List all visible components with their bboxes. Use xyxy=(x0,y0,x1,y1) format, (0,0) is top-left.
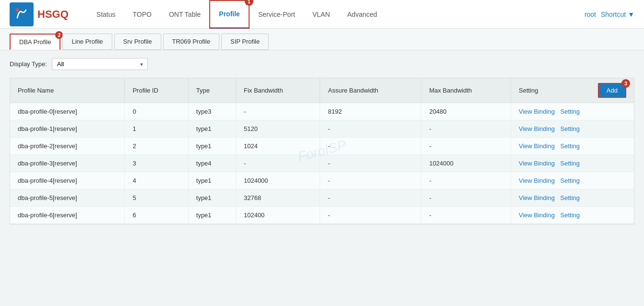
cell-actions: View Binding Setting xyxy=(511,103,634,120)
nav-vlan[interactable]: VLAN xyxy=(304,0,339,29)
cell-max-bw: - xyxy=(421,120,511,138)
view-binding-link[interactable]: View Binding xyxy=(519,108,555,115)
nav-status[interactable]: Status xyxy=(88,0,124,29)
cell-max-bw: - xyxy=(421,138,511,155)
cell-profile-name: dba-profile-3[reserve] xyxy=(10,155,125,172)
content: Display Type: All Type1 Type2 Type3 Type… xyxy=(0,50,644,232)
table-body: dba-profile-0[reserve] 0 type3 - 8192 20… xyxy=(10,103,634,224)
cell-profile-name: dba-profile-2[reserve] xyxy=(10,138,125,155)
cell-fix-bw: - xyxy=(236,103,320,120)
cell-fix-bw: 102400 xyxy=(236,207,320,224)
chevron-down-icon: ▼ xyxy=(628,11,634,18)
tab-srv-profile[interactable]: Srv Profile xyxy=(114,34,161,50)
cell-assure-bw: - xyxy=(320,138,421,155)
tab-sip-profile[interactable]: SIP Profile xyxy=(221,34,269,50)
tabs-bar: DBA Profile 2 Line Profile Srv Profile T… xyxy=(0,29,644,50)
cell-profile-name: dba-profile-1[reserve] xyxy=(10,120,125,138)
cell-type: type4 xyxy=(188,155,236,172)
col-profile-name: Profile Name xyxy=(10,78,125,103)
cell-actions: View Binding Setting xyxy=(511,138,634,155)
nav-advanced[interactable]: Advanced xyxy=(339,0,386,29)
view-binding-link[interactable]: View Binding xyxy=(519,212,555,219)
cell-profile-id: 4 xyxy=(125,172,188,189)
add-button-badge: 3 xyxy=(621,79,630,88)
cell-assure-bw: 8192 xyxy=(320,103,421,120)
cell-assure-bw: - xyxy=(320,172,421,189)
table-row: dba-profile-0[reserve] 0 type3 - 8192 20… xyxy=(10,103,634,120)
cell-profile-id: 3 xyxy=(125,155,188,172)
table-container: ForoISP Profile Name Profile ID Type Fix… xyxy=(10,78,634,224)
main-nav: Status TOPO ONT Table Profile 1 Service-… xyxy=(88,0,584,29)
cell-assure-bw: - xyxy=(320,155,421,172)
tab-dba-profile[interactable]: DBA Profile 2 xyxy=(10,34,60,50)
display-type-row: Display Type: All Type1 Type2 Type3 Type… xyxy=(10,58,634,70)
cell-type: type1 xyxy=(188,189,236,207)
cell-profile-id: 6 xyxy=(125,207,188,224)
cell-type: type3 xyxy=(188,103,236,120)
table-row: dba-profile-5[reserve] 5 type1 32768 - -… xyxy=(10,189,634,207)
cell-actions: View Binding Setting xyxy=(511,120,634,138)
cell-profile-name: dba-profile-0[reserve] xyxy=(10,103,125,120)
setting-link[interactable]: Setting xyxy=(561,177,580,184)
cell-profile-id: 5 xyxy=(125,189,188,207)
cell-fix-bw: 1024 xyxy=(236,138,320,155)
view-binding-link[interactable]: View Binding xyxy=(519,142,555,150)
cell-assure-bw: - xyxy=(320,207,421,224)
cell-type: type1 xyxy=(188,120,236,138)
cell-fix-bw: 1024000 xyxy=(236,172,320,189)
view-binding-link[interactable]: View Binding xyxy=(519,160,555,167)
table-row: dba-profile-4[reserve] 4 type1 1024000 -… xyxy=(10,172,634,189)
svg-point-1 xyxy=(15,8,19,12)
cell-assure-bw: - xyxy=(320,189,421,207)
dba-profile-table: Profile Name Profile ID Type Fix Bandwid… xyxy=(10,78,634,224)
cell-actions: View Binding Setting xyxy=(511,172,634,189)
table-wrapper: ForoISP Profile Name Profile ID Type Fix… xyxy=(10,78,634,224)
nav-ont-table[interactable]: ONT Table xyxy=(160,0,209,29)
setting-link[interactable]: Setting xyxy=(561,142,580,150)
nav-shortcut[interactable]: Shortcut ▼ xyxy=(601,11,634,18)
display-type-label: Display Type: xyxy=(10,60,47,68)
cell-profile-id: 0 xyxy=(125,103,188,120)
cell-profile-name: dba-profile-5[reserve] xyxy=(10,189,125,207)
col-profile-id: Profile ID xyxy=(125,78,188,103)
logo-icon xyxy=(10,2,34,26)
view-binding-link[interactable]: View Binding xyxy=(519,125,555,132)
table-row: dba-profile-2[reserve] 2 type1 1024 - - … xyxy=(10,138,634,155)
cell-max-bw: 1024000 xyxy=(421,155,511,172)
cell-max-bw: 20480 xyxy=(421,103,511,120)
setting-link[interactable]: Setting xyxy=(561,194,580,201)
cell-actions: View Binding Setting xyxy=(511,189,634,207)
display-type-select[interactable]: All Type1 Type2 Type3 Type4 xyxy=(52,58,148,70)
col-setting: Setting Add 3 xyxy=(511,78,634,103)
cell-fix-bw: - xyxy=(236,155,320,172)
nav-user: root xyxy=(584,11,596,18)
logo-text: HSGQ xyxy=(37,8,69,21)
nav-right: root Shortcut ▼ xyxy=(584,11,634,18)
cell-max-bw: - xyxy=(421,189,511,207)
display-type-wrapper: All Type1 Type2 Type3 Type4 ▼ xyxy=(52,58,148,70)
nav-topo[interactable]: TOPO xyxy=(124,0,160,29)
setting-link[interactable]: Setting xyxy=(561,160,580,167)
setting-link[interactable]: Setting xyxy=(561,108,580,115)
table-header-row: Profile Name Profile ID Type Fix Bandwid… xyxy=(10,78,634,103)
cell-max-bw: - xyxy=(421,172,511,189)
col-max-bw: Max Bandwidth xyxy=(421,78,511,103)
cell-fix-bw: 32768 xyxy=(236,189,320,207)
col-fix-bw: Fix Bandwidth xyxy=(236,78,320,103)
view-binding-link[interactable]: View Binding xyxy=(519,194,555,201)
tab-line-profile[interactable]: Line Profile xyxy=(62,34,112,50)
table-row: dba-profile-3[reserve] 3 type4 - - 10240… xyxy=(10,155,634,172)
cell-profile-name: dba-profile-4[reserve] xyxy=(10,172,125,189)
setting-link[interactable]: Setting xyxy=(561,125,580,132)
cell-type: type1 xyxy=(188,207,236,224)
setting-link[interactable]: Setting xyxy=(561,212,580,219)
nav-profile[interactable]: Profile xyxy=(209,0,250,29)
view-binding-link[interactable]: View Binding xyxy=(519,177,555,184)
cell-actions: View Binding Setting xyxy=(511,207,634,224)
table-row: dba-profile-6[reserve] 6 type1 102400 - … xyxy=(10,207,634,224)
cell-assure-bw: - xyxy=(320,120,421,138)
nav-service-port[interactable]: Service-Port xyxy=(250,0,304,29)
tab-tr069-profile[interactable]: TR069 Profile xyxy=(163,34,219,50)
cell-type: type1 xyxy=(188,172,236,189)
cell-fix-bw: 5120 xyxy=(236,120,320,138)
